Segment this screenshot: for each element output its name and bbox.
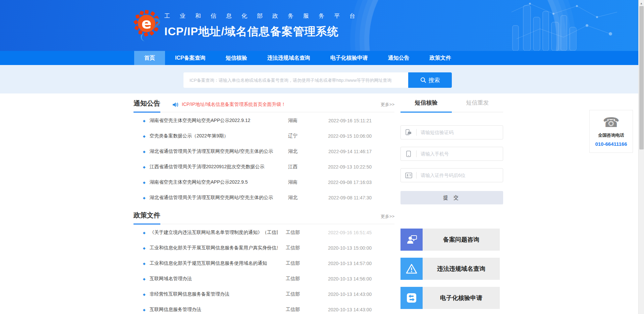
- policy-time: 2020-10-13 14:57:00: [308, 261, 372, 266]
- policy-title-link[interactable]: 非经营性互联网信息服务备案管理办法: [150, 291, 278, 297]
- main-nav: 首页 ICP备案查询 短信核验 违法违规域名查询 电子化核验申请 通知公告 政策…: [0, 51, 644, 65]
- id-number-input[interactable]: [417, 173, 503, 178]
- notice-row[interactable]: ◆ 江西省通信管理局关于清理20220912批次空壳数据公示 江西 2022-0…: [133, 159, 394, 175]
- notices-title: 通知公告: [133, 99, 160, 113]
- scrollbar-thumb[interactable]: [639, 6, 644, 149]
- diamond-bullet-icon: ◆: [143, 181, 150, 184]
- policy-title-link[interactable]: 《关于建立境内违法互联网站黑名单管理制度的通知》（工信部联: [150, 230, 278, 236]
- phone-card-label: 全国咨询电话: [590, 132, 633, 138]
- policies-more-link[interactable]: 更多>>: [381, 213, 394, 224]
- notices-section: 通知公告 ICP/IP地址/域名信息备案管理系统首页全面升级！ 更多>> ◆ 湖…: [133, 93, 394, 205]
- tab-sms-resend[interactable]: 短信重发: [452, 99, 503, 112]
- notice-time: 2022-09-15 10:06:00: [308, 133, 372, 139]
- policy-row[interactable]: ◆ 工业和信息化部关于开展互联网信息服务备案用户真实身份信息电 工信部 2020…: [133, 240, 394, 256]
- consult-phone-card: ☎ 全国咨询电话 010-66411166: [589, 110, 633, 153]
- policy-row[interactable]: ◆ 《关于建立境内违法互联网站黑名单管理制度的通知》（工信部联 工信部 2022…: [133, 225, 394, 240]
- nav-item-icp-query[interactable]: ICP备案查询: [165, 51, 216, 65]
- site-header: e 工业和信息化部政务服务平台 ICP/IP地址/域名信息备案管理系统: [0, 0, 644, 51]
- policies-title: 政策文件: [133, 211, 160, 225]
- quick-links: 备案问题咨询 违法违规域名查询: [400, 229, 500, 309]
- search-icon: [420, 77, 426, 83]
- notice-title-link[interactable]: 湖北省通信管理局关于清理互联网空壳网站/空壳主体的公示: [150, 148, 278, 154]
- notice-row[interactable]: ◆ 湖北省通信管理局关于清理互联网空壳网站/空壳主体的公示 湖北 2022-09…: [133, 144, 394, 159]
- notice-region: 辽宁: [278, 133, 308, 139]
- announcement-text[interactable]: ICP/IP地址/域名信息备案管理系统首页全面升级！: [182, 102, 286, 108]
- sms-code-input[interactable]: [417, 130, 503, 135]
- diamond-bullet-icon: ◆: [143, 308, 150, 312]
- quick-link-filing-consult[interactable]: 备案问题咨询: [400, 229, 500, 251]
- policy-org: 工信部: [278, 260, 308, 266]
- diamond-bullet-icon: ◆: [143, 262, 150, 265]
- quick-link-electronic-verify[interactable]: 电子化核验申请: [400, 287, 500, 309]
- notice-region: 湖北: [278, 148, 308, 154]
- mobile-number-input[interactable]: [417, 151, 503, 156]
- notice-title-link[interactable]: 湖南省空壳主体空壳网站空壳APP公示2022.9.12: [150, 118, 278, 124]
- phone-number: 010-66411166: [590, 141, 633, 147]
- diamond-bullet-icon: ◆: [143, 119, 150, 123]
- policy-row[interactable]: ◆ 互联网域名管理办法 工信部 2020-10-13 14:56:00: [133, 271, 394, 287]
- diamond-bullet-icon: ◆: [143, 196, 150, 200]
- side-column: 短信核验 短信重发: [400, 93, 503, 314]
- notice-region: 湖南: [278, 118, 308, 124]
- quick-link-illegal-domain[interactable]: 违法违规域名查询: [400, 258, 500, 280]
- policy-row[interactable]: ◆ 非经营性互联网信息服务备案管理办法 工信部 2020-10-13 14:43…: [133, 287, 394, 302]
- diamond-bullet-icon: ◆: [143, 134, 150, 138]
- policy-time: 2022-09-16 16:51:45: [308, 230, 372, 235]
- diamond-bullet-icon: ◆: [143, 231, 150, 235]
- site-title: ICP/IP地址/域名信息备案管理系统: [164, 24, 379, 39]
- page-scrollbar[interactable]: ▲: [638, 0, 644, 314]
- transfer-arrows-icon: [400, 287, 423, 309]
- notices-more-link[interactable]: 更多>>: [381, 102, 394, 112]
- notice-region: 江西: [278, 164, 308, 170]
- scroll-up-arrow-icon[interactable]: ▲: [639, 0, 644, 5]
- policy-time: 2020-10-13 14:43:00: [308, 292, 372, 297]
- notice-title-link[interactable]: 空壳类备案数据公示（2022年第9期）: [150, 133, 278, 139]
- notice-row[interactable]: ◆ 湖南省空壳主体空壳网站空壳APP公示2022.9.12 湖南 2022-09…: [133, 113, 394, 128]
- policy-row[interactable]: ◆ 互联网信息服务管理办法 工信部 2020-10-13 14:43:00: [133, 302, 394, 314]
- policy-title-link[interactable]: 互联网域名管理办法: [150, 276, 278, 282]
- quick-link-label: 违法违规域名查询: [423, 258, 500, 280]
- nav-item-notices[interactable]: 通知公告: [378, 51, 420, 65]
- policy-org: 工信部: [278, 276, 308, 282]
- mobile-number-field[interactable]: [400, 147, 503, 161]
- notice-row[interactable]: ◆ 湖北省通信管理局关于清理互联网空壳网站/空壳主体的公示 湖北 2022-09…: [133, 190, 394, 205]
- svg-text:e: e: [142, 15, 152, 32]
- notice-title-link[interactable]: 湖北省通信管理局关于清理互联网空壳网站/空壳主体的公示: [150, 195, 278, 201]
- notice-title-link[interactable]: 江西省通信管理局关于清理20220912批次空壳数据公示: [150, 164, 278, 170]
- diamond-bullet-icon: ◆: [143, 277, 150, 281]
- search-button[interactable]: 搜索: [408, 72, 452, 88]
- submit-button[interactable]: 提 交: [400, 191, 503, 204]
- nav-item-sms-verify[interactable]: 短信核验: [216, 51, 257, 65]
- notice-time: 2022-09-13 10:22:50: [308, 164, 372, 170]
- notice-row[interactable]: ◆ 空壳类备案数据公示（2022年第9期） 辽宁 2022-09-15 10:0…: [133, 128, 394, 144]
- notice-row[interactable]: ◆ 湖南省空壳主体空壳网站空壳APP公示2022.9.5 湖南 2022-09-…: [133, 175, 394, 190]
- nav-item-electronic-verify[interactable]: 电子化核验申请: [320, 51, 378, 65]
- id-number-field[interactable]: [400, 168, 503, 182]
- nav-item-illegal-domain-query[interactable]: 违法违规域名查询: [257, 51, 320, 65]
- announcement-banner[interactable]: ICP/IP地址/域名信息备案管理系统首页全面升级！: [172, 102, 286, 112]
- sms-message-icon: [401, 129, 416, 136]
- nav-item-policies[interactable]: 政策文件: [420, 51, 461, 65]
- policy-title-link[interactable]: 互联网信息服务管理办法: [150, 307, 278, 313]
- page: e 工业和信息化部政务服务平台 ICP/IP地址/域名信息备案管理系统 首页 I…: [0, 0, 644, 314]
- policy-org: 工信部: [278, 245, 308, 251]
- policy-row[interactable]: ◆ 工业和信息化部关于规范互联网信息服务使用域名的通知 工信部 2020-10-…: [133, 256, 394, 271]
- id-card-icon: [401, 173, 416, 178]
- telephone-icon: ☎: [590, 115, 633, 130]
- sms-verify-form: 提 交: [400, 125, 503, 204]
- policy-time: 2020-10-13 14:56:00: [308, 276, 372, 281]
- policy-title-link[interactable]: 工业和信息化部关于规范互联网信息服务使用域名的通知: [150, 260, 278, 266]
- sms-code-field[interactable]: [400, 125, 503, 139]
- city-skyline-decoration: [510, 2, 637, 51]
- miit-logo: e: [133, 9, 161, 44]
- notice-time: 2022-09-08 17:16:03: [308, 180, 372, 185]
- icp-search-input[interactable]: [183, 72, 408, 88]
- notice-title-link[interactable]: 湖南省空壳主体空壳网站空壳APP公示2022.9.5: [150, 179, 278, 185]
- nav-item-home[interactable]: 首页: [134, 51, 165, 65]
- notice-time: 2022-09-16 15:11:21: [308, 118, 372, 123]
- warning-triangle-icon: [400, 258, 423, 280]
- policy-title-link[interactable]: 工业和信息化部关于开展互联网信息服务备案用户真实身份信息电: [150, 245, 278, 251]
- notice-time: 2022-09-14 11:46:17: [308, 149, 372, 154]
- mobile-phone-icon: [401, 150, 416, 157]
- tab-sms-verify[interactable]: 短信核验: [400, 99, 452, 113]
